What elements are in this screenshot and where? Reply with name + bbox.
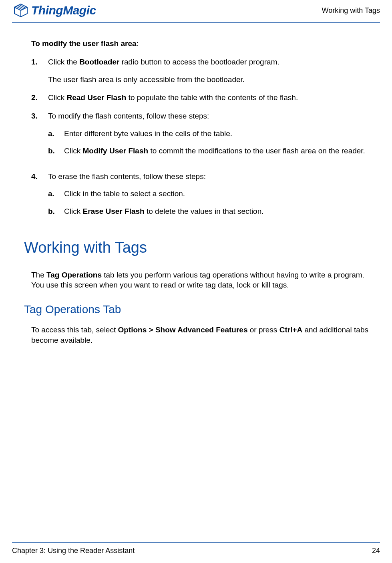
intro-colon: :: [137, 39, 139, 48]
step-marker: 3.: [31, 111, 48, 163]
substep-marker: a.: [48, 189, 64, 199]
substep-b: b. Click Modify User Flash to commit the…: [48, 146, 376, 156]
substep-b: b. Click Erase User Flash to delete the …: [48, 206, 376, 217]
step-note: The user flash area is only accessible f…: [48, 74, 376, 85]
header-divider: [12, 22, 380, 23]
cube-icon: [12, 2, 30, 19]
substeps-list: a. Click in the table to select a sectio…: [48, 189, 376, 216]
paragraph: The Tag Operations tab lets you perform …: [31, 270, 376, 290]
footer-page-number: 24: [372, 547, 380, 555]
brand-name: ThingMagic: [31, 4, 96, 17]
step-3: 3. To modify the flash contents, follow …: [31, 111, 376, 163]
intro-prefix: To modify the user flash area: [31, 39, 137, 48]
step-1: 1. Click the Bootloader radio button to …: [31, 57, 376, 84]
paragraph: To access this tab, select Options > Sho…: [31, 325, 376, 345]
substep-text: Click Modify User Flash to commit the mo…: [64, 146, 365, 156]
substep-marker: b.: [48, 206, 64, 217]
heading-2: Tag Operations Tab: [24, 303, 376, 316]
step-2: 2. Click Read User Flash to populate the…: [31, 92, 376, 103]
step-4: 4. To erase the flash contents, follow t…: [31, 171, 376, 224]
page-header: ThingMagic Working with Tags: [12, 0, 380, 22]
step-marker: 4.: [31, 171, 48, 224]
main-content: To modify the user flash area: 1. Click …: [12, 39, 380, 345]
substep-text: Click Erase User Flash to delete the val…: [64, 206, 264, 217]
header-section-title: Working with Tags: [322, 6, 380, 15]
footer-chapter: Chapter 3: Using the Reader Assistant: [12, 547, 135, 555]
intro-heading: To modify the user flash area:: [31, 39, 376, 48]
page-footer: Chapter 3: Using the Reader Assistant 24: [0, 542, 392, 563]
substep-a: a. Click in the table to select a sectio…: [48, 189, 376, 199]
step-text: Click Read User Flash to populate the ta…: [48, 92, 376, 103]
step-text: Click the Bootloader radio button to acc…: [48, 57, 376, 67]
substep-marker: a.: [48, 129, 64, 139]
substep-text: Click in the table to select a section.: [64, 189, 185, 199]
substep-marker: b.: [48, 146, 64, 156]
step-marker: 1.: [31, 57, 48, 84]
substeps-list: a. Enter different byte values in the ce…: [48, 129, 376, 156]
substep-a: a. Enter different byte values in the ce…: [48, 129, 376, 139]
heading-1: Working with Tags: [24, 239, 376, 256]
brand-logo: ThingMagic: [12, 2, 96, 19]
steps-list: 1. Click the Bootloader radio button to …: [31, 57, 376, 224]
substep-text: Enter different byte values in the cells…: [64, 129, 232, 139]
step-text: To modify the flash contents, follow the…: [48, 111, 376, 121]
footer-divider: [12, 542, 380, 543]
step-marker: 2.: [31, 92, 48, 103]
step-text: To erase the flash contents, follow thes…: [48, 171, 376, 182]
